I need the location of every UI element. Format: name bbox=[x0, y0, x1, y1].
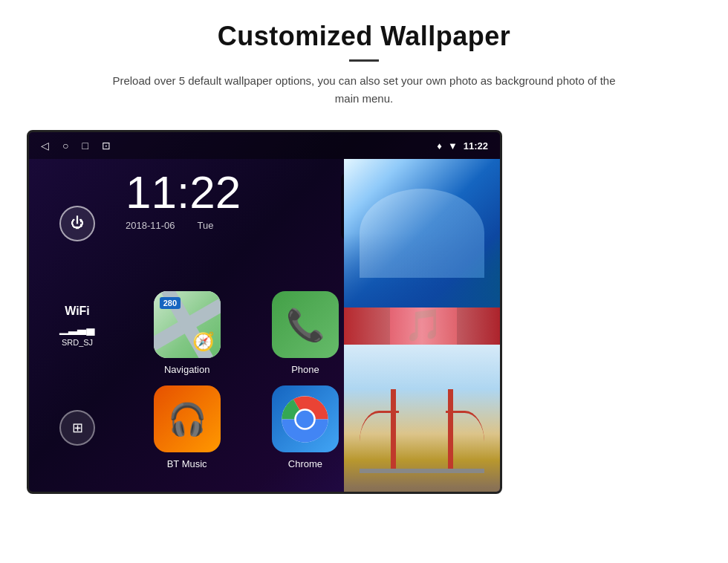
chrome-logo bbox=[281, 395, 329, 443]
clock-area: 11:22 2018-11-06 Tue bbox=[126, 169, 241, 231]
device-mockup: ◁ ○ □ ⊡ ♦ ▼ 11:22 ⏻ WiFi ▁▂▃▄ SRD_SJ ⊞ bbox=[27, 130, 502, 494]
back-icon[interactable]: ◁ bbox=[41, 140, 49, 152]
wifi-ssid: SRD_SJ bbox=[59, 338, 94, 347]
clock-date-value: 2018-11-06 bbox=[126, 220, 175, 231]
status-bar: ◁ ○ □ ⊡ ♦ ▼ 11:22 bbox=[29, 132, 500, 159]
separator-bar bbox=[344, 307, 500, 345]
grid-icon: ⊞ bbox=[72, 420, 83, 436]
screenshot-icon[interactable]: ⊡ bbox=[102, 140, 111, 152]
clock-date: 2018-11-06 Tue bbox=[126, 220, 241, 231]
page-description: Preload over 5 default wallpaper options… bbox=[104, 72, 624, 108]
chrome-icon bbox=[272, 385, 339, 452]
wallpaper-bridge: CarSetting bbox=[344, 345, 500, 494]
navigation-icon: 280 🧭 bbox=[154, 291, 221, 358]
page-header: Customized Wallpaper Preload over 5 defa… bbox=[0, 0, 728, 120]
bt-music-icon: 🎧 bbox=[154, 385, 221, 452]
app-bt-music-label: BT Music bbox=[167, 458, 207, 469]
location-icon: ♦ bbox=[437, 140, 442, 152]
status-time: 11:22 bbox=[464, 140, 488, 152]
app-phone-label: Phone bbox=[291, 364, 319, 375]
grid-button[interactable]: ⊞ bbox=[59, 410, 95, 446]
home-icon[interactable]: ○ bbox=[62, 140, 68, 152]
main-content: ◁ ○ □ ⊡ ♦ ▼ 11:22 ⏻ WiFi ▁▂▃▄ SRD_SJ ⊞ bbox=[0, 120, 728, 560]
recent-icon[interactable]: □ bbox=[82, 140, 88, 152]
power-button[interactable]: ⏻ bbox=[59, 206, 95, 241]
app-bt-music[interactable]: 🎧 BT Music bbox=[133, 385, 241, 469]
phone-icon: 📞 bbox=[272, 291, 339, 358]
app-chrome-label: Chrome bbox=[288, 458, 322, 469]
left-sidebar: ⏻ WiFi ▁▂▃▄ SRD_SJ ⊞ bbox=[29, 159, 126, 492]
svg-point-5 bbox=[296, 410, 313, 427]
clock-time: 11:22 bbox=[126, 169, 241, 215]
compass-icon: 🧭 bbox=[192, 331, 215, 352]
status-right: ♦ ▼ 11:22 bbox=[437, 140, 488, 152]
wifi-bars: ▁▂▃▄ bbox=[59, 321, 94, 335]
nav-badge: 280 bbox=[160, 297, 181, 309]
wifi-info: WiFi ▁▂▃▄ SRD_SJ bbox=[59, 305, 94, 347]
power-icon: ⏻ bbox=[71, 215, 84, 231]
clock-day: Tue bbox=[198, 220, 214, 231]
wifi-label: WiFi bbox=[59, 305, 94, 318]
nav-icons: ◁ ○ □ ⊡ bbox=[41, 140, 111, 152]
app-navigation-label: Navigation bbox=[164, 364, 209, 375]
app-navigation[interactable]: 280 🧭 Navigation bbox=[133, 291, 241, 375]
wallpaper-ice bbox=[344, 159, 500, 307]
app-chrome[interactable]: Chrome bbox=[251, 385, 359, 469]
title-divider bbox=[349, 59, 379, 62]
page-title: Customized Wallpaper bbox=[59, 21, 669, 52]
signal-icon: ▼ bbox=[448, 140, 458, 152]
app-phone[interactable]: 📞 Phone bbox=[251, 291, 359, 375]
right-overlay: CarSetting bbox=[344, 159, 500, 492]
